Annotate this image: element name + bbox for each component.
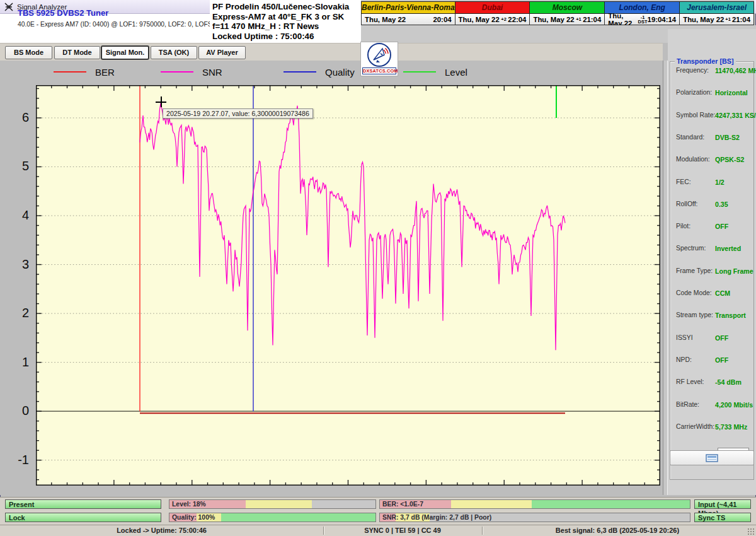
clock-dubai: Dubai Thu, May 22 +2 22:04 — [455, 1, 530, 25]
reception-info-line: PF Prodelin 450/Lučenec-Slovakia — [212, 2, 361, 12]
y-axis-label: 0 — [6, 404, 29, 418]
sync-ts-indicator: Sync TS — [694, 513, 751, 522]
satellite-dish-icon — [367, 43, 391, 67]
lock-indicator: Lock — [5, 513, 161, 522]
legend-color-line — [54, 71, 86, 73]
statusbar-sync-counters: SYNC 0 | TEI 59 | CC 49 — [323, 525, 482, 536]
transponder-row-label: CarrierWidth: — [676, 423, 715, 432]
transponder-row-label: RollOff: — [676, 201, 715, 209]
legend-item-level: Level — [403, 66, 467, 78]
transponder-title: Transponder [BS] — [675, 57, 736, 65]
legend-label: Level — [445, 67, 467, 78]
transponder-row-label: BitRate: — [676, 401, 715, 410]
y-axis-label: 1 — [6, 355, 29, 370]
transponder-row-value: Horizontal — [715, 89, 748, 98]
transponder-row-label: Frequency: — [676, 67, 715, 76]
transponder-row-symbol-rate: Symbol Rate: 4247,331 KS/s — [676, 112, 749, 120]
transponder-row-value: 11470,462 MHz — [715, 67, 756, 76]
tab-av-player[interactable]: AV Player — [198, 46, 246, 59]
tab-tsa-ok-[interactable]: TSA (OK) — [151, 46, 197, 59]
signal-chart-panel: BER SNR Quality Level -10123456 2025-05-… — [0, 61, 663, 495]
legend-label: SNR — [202, 67, 222, 78]
transponder-row-frequency: Frequency: 11470,462 MHz — [676, 67, 749, 76]
monitor-icon — [706, 454, 718, 462]
transponder-row-stream-type: Stream type: Transport — [676, 312, 749, 320]
status-indicator-zone: Present Lock Level: 18% Quality: 100% BE… — [0, 497, 756, 525]
transponder-row-standard: Standard: DVB-S2 — [676, 134, 749, 143]
transponder-row-value: 0.35 — [715, 201, 728, 209]
tuner-title: TBS 5925 DVBS2 Tuner — [18, 8, 108, 18]
clock-utc-offset: -1DST — [638, 15, 648, 24]
y-axis-label: 3 — [6, 257, 29, 272]
transponder-row-value: 4247,331 KS/s — [715, 112, 756, 120]
clock-city: Dubai — [455, 1, 530, 14]
transponder-row-pilot: Pilot: OFF — [676, 223, 749, 231]
resize-grip[interactable] — [748, 528, 754, 535]
transponder-row-bitrate: BitRate: 4,200 Mbit/s — [676, 401, 749, 410]
transponder-row-value: 1/2 — [715, 178, 724, 187]
snr-bar: SNR: 3,7 dB (Margin: 2,7 dB | Poor) — [379, 513, 690, 522]
panel-action-button[interactable] — [670, 450, 754, 465]
tuner-subtitle: 40.0E - Express AM7 (ID: 0400) @ LOF1: 9… — [18, 21, 226, 28]
legend-item-ber: BER — [54, 66, 115, 78]
legend-item-snr: SNR — [161, 66, 222, 78]
transponder-row-value: CCM — [715, 289, 730, 298]
tab-signal-mon-[interactable]: Signal Mon. — [101, 46, 149, 59]
transponder-row-value: QPSK-S2 — [715, 156, 745, 165]
clock-time: 22:04 — [508, 16, 526, 23]
transponder-row-value: Long Frame — [715, 267, 753, 276]
panel-splitter[interactable] — [663, 61, 668, 495]
transponder-row-label: Symbol Rate: — [676, 112, 715, 120]
y-axis-label: 5 — [6, 159, 29, 173]
clock-time: 19:04:14 — [648, 16, 677, 23]
app-icon — [4, 3, 13, 11]
tab-dt-mode[interactable]: DT Mode — [54, 46, 100, 59]
clock-jerusalem-israel: Jerusalem-Israel Thu, May 22 +1 21:04 — [679, 1, 754, 25]
signal-analyzer-window: Signal Analyzer TBS 5925 DVBS2 Tuner 40.… — [0, 0, 756, 536]
y-axis-label: 2 — [6, 306, 29, 320]
transponder-row-value: 4,200 Mbit/s — [715, 401, 753, 410]
clock-date: Thu, May 22 — [683, 16, 724, 23]
transponder-row-value: DVB-S2 — [715, 134, 740, 143]
transponder-row-spectrum: Spectrum: Inverted — [676, 245, 749, 253]
clock-utc-offset: +1 — [725, 17, 731, 21]
legend-color-line — [161, 71, 193, 73]
clock-berlin-paris-vienna-roma: Berlin-Paris-Vienna-Roma Thu, May 22 20:… — [361, 1, 455, 25]
y-axis-label: 6 — [6, 110, 29, 125]
transponder-row-issyi: ISSYI OFF — [676, 334, 749, 343]
clock-time: 20:04 — [433, 16, 451, 23]
transponder-row-value: 5,733 MHz — [715, 423, 747, 432]
reception-info-block: PF Prodelin 450/Lučenec-Slovakia Express… — [210, 0, 361, 43]
transponder-row-value: OFF — [715, 223, 728, 231]
input-indicator: Input (~4,41 Mbps) — [694, 499, 751, 509]
statusbar-uptime: Locked -> Uptime: 75:00:46 — [0, 525, 323, 536]
clock-london-eng: London, Eng Thu, May 22 -1DST 19:04:14 — [604, 1, 679, 25]
clock-time: 21:04 — [583, 16, 601, 23]
signal-plot-area[interactable] — [36, 85, 660, 486]
transponder-panel: Transponder [BS] Frequency: 11470,462 MH… — [668, 29, 756, 495]
transponder-row-value: -54 dBm — [715, 378, 742, 387]
transponder-row-label: Modulation: — [676, 156, 715, 165]
transponder-row-label: Stream type: — [676, 312, 715, 320]
transponder-row-value: Inverted — [715, 245, 741, 253]
reception-info-line: Express-AM7 at 40°E_FK 3 or SK — [212, 12, 361, 22]
transponder-row-modulation: Modulation: QPSK-S2 — [676, 156, 749, 165]
transponder-row-rf-level: RF Level: -54 dBm — [676, 378, 749, 387]
tuner-info-panel — [0, 14, 210, 43]
clock-city: Jerusalem-Israel — [679, 1, 754, 14]
clock-city: Moscow — [529, 1, 604, 14]
present-indicator: Present — [5, 499, 161, 509]
clock-date: Thu, May 22 — [459, 16, 500, 23]
clock-city: Berlin-Paris-Vienna-Roma — [361, 1, 455, 14]
cursor-crosshair — [156, 96, 166, 107]
legend-item-quality: Quality — [284, 66, 355, 78]
transponder-row-fec: FEC: 1/2 — [676, 178, 749, 187]
statusbar-best-signal: Best signal: 6,3 dB (2025-05-19 20:26) — [482, 525, 753, 536]
legend-label: BER — [95, 67, 115, 78]
tab-bs-mode[interactable]: BS Mode — [5, 46, 52, 59]
transponder-row-label: Code Mode: — [676, 289, 715, 298]
transponder-row-npd: NPD: OFF — [676, 356, 749, 365]
ber-bar: BER: <1.0E-7 — [379, 499, 690, 509]
transponder-row-carrierwidth: CarrierWidth: 5,733 MHz — [676, 423, 749, 432]
clock-utc-offset: +1 — [576, 17, 581, 21]
